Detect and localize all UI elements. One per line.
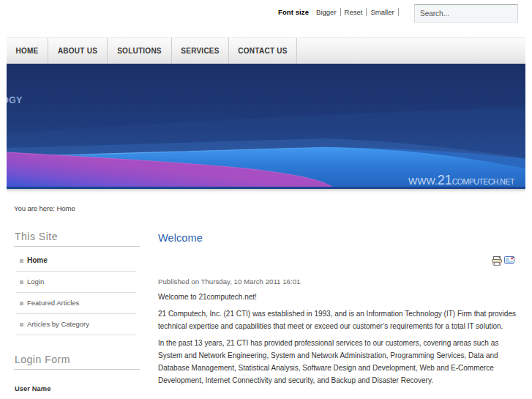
svg-text:OGY: OGY [7,95,23,105]
